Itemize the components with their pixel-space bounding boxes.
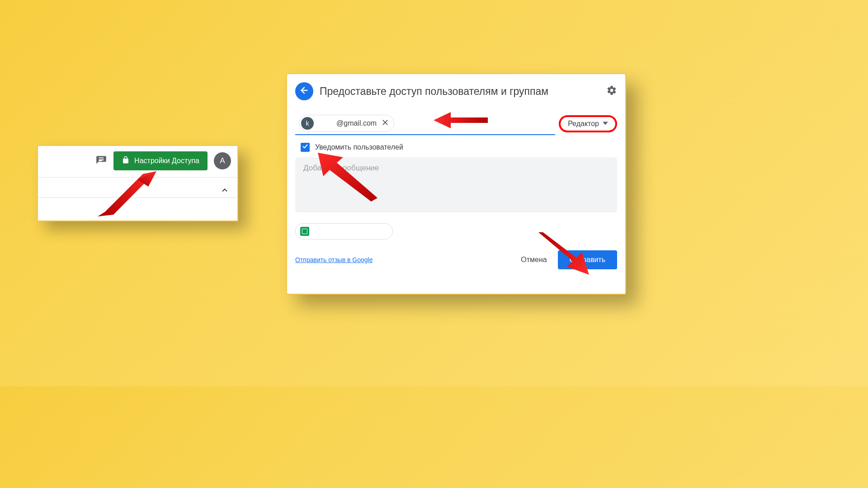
cancel-button[interactable]: Отмена — [514, 252, 553, 267]
divider — [38, 197, 237, 198]
svg-marker-5 — [603, 122, 608, 125]
settings-button[interactable] — [606, 85, 617, 98]
attachment-pill[interactable] — [295, 223, 393, 239]
role-label: Редактор — [568, 120, 599, 128]
chevron-up-icon[interactable] — [220, 186, 229, 197]
arrow-left-icon — [299, 85, 309, 97]
annotation-arrow-icon — [89, 171, 156, 221]
notify-label: Уведомить пользователей — [315, 143, 403, 151]
caret-down-icon — [603, 120, 608, 128]
email-chip: k @gmail.com — [299, 115, 394, 132]
lock-icon — [122, 156, 130, 166]
toolbar-row: Настройки Доступа A — [38, 146, 237, 175]
chip-remove-button[interactable] — [381, 118, 389, 128]
send-button[interactable]: Отправить — [558, 250, 617, 269]
dialog-header: Предоставьте доступ пользователям и груп… — [295, 82, 617, 100]
chip-avatar: k — [301, 117, 314, 130]
share-dialog: Предоставьте доступ пользователям и груп… — [286, 73, 626, 295]
gear-icon — [606, 89, 617, 97]
chip-email: @gmail.com — [318, 119, 377, 127]
notify-row: Уведомить пользователей — [295, 143, 617, 152]
close-icon — [381, 120, 389, 128]
people-input-row: k @gmail.com Редактор — [295, 111, 617, 136]
role-dropdown[interactable]: Редактор — [559, 115, 617, 132]
back-button[interactable] — [295, 82, 313, 100]
avatar[interactable]: A — [214, 152, 231, 169]
svg-marker-0 — [98, 171, 156, 216]
message-textarea[interactable] — [295, 157, 617, 212]
share-settings-button[interactable]: Настройки Доступа — [113, 151, 208, 170]
share-button-label: Настройки Доступа — [134, 157, 199, 165]
check-icon — [302, 143, 308, 151]
sheets-icon — [300, 227, 309, 236]
toolbar-snippet: Настройки Доступа A — [37, 145, 238, 221]
notify-checkbox[interactable] — [301, 143, 310, 152]
dialog-footer: Отправить отзыв в Google Отмена Отправит… — [295, 250, 617, 269]
avatar-initial: A — [220, 156, 225, 165]
comment-icon[interactable] — [95, 155, 107, 167]
chip-avatar-initial: k — [306, 120, 309, 127]
people-input[interactable]: k @gmail.com — [295, 113, 555, 135]
divider — [38, 177, 237, 178]
feedback-link[interactable]: Отправить отзыв в Google — [295, 256, 373, 263]
dialog-title: Предоставьте доступ пользователям и груп… — [320, 85, 600, 98]
